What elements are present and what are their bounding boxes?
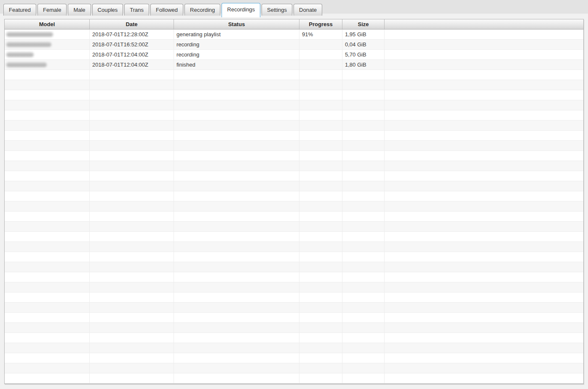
tab-couples[interactable]: Couples	[92, 4, 123, 16]
table-row[interactable]: 2018-07-01T12:28:00Zgenerating playlist9…	[5, 30, 583, 40]
cell-size	[342, 110, 385, 120]
tab-featured[interactable]: Featured	[3, 4, 36, 16]
cell-size	[342, 292, 385, 302]
cell-date	[90, 212, 174, 221]
cell-filler	[385, 161, 583, 171]
cell-date	[90, 363, 174, 373]
cell-progress	[299, 232, 342, 241]
cell-model	[5, 282, 90, 292]
cell-date	[90, 222, 174, 231]
cell-model	[5, 262, 90, 272]
cell-status	[174, 70, 299, 80]
table-row[interactable]: 2018-07-01T12:04:00Zrecording5,70 GiB	[5, 50, 583, 60]
cell-filler	[385, 252, 583, 262]
table-row-empty	[5, 181, 583, 191]
cell-status	[174, 110, 299, 120]
cell-filler	[385, 333, 583, 343]
tab-donate[interactable]: Donate	[294, 4, 322, 16]
column-header-date[interactable]: Date	[90, 19, 174, 29]
column-header-size[interactable]: Size	[342, 19, 385, 29]
table-row-empty	[5, 90, 583, 100]
tab-male[interactable]: Male	[68, 4, 91, 16]
table-row-empty	[5, 262, 583, 272]
cell-size	[342, 212, 385, 221]
cell-date	[90, 313, 174, 322]
cell-status	[174, 323, 299, 333]
cell-status	[174, 252, 299, 262]
cell-size	[342, 151, 385, 161]
cell-date: 2018-07-01T12:04:00Z	[90, 50, 174, 59]
cell-model	[5, 90, 90, 100]
table-body: 2018-07-01T12:28:00Zgenerating playlist9…	[5, 30, 583, 384]
cell-model	[5, 313, 90, 322]
cell-status: generating playlist	[174, 30, 299, 39]
cell-size	[342, 90, 385, 100]
table-row[interactable]: 2018-07-01T16:52:00Zrecording0,04 GiB	[5, 40, 583, 50]
cell-filler	[385, 262, 583, 272]
cell-date	[90, 323, 174, 333]
cell-model	[5, 373, 90, 383]
cell-size	[342, 201, 385, 211]
cell-progress	[299, 212, 342, 221]
cell-status	[174, 272, 299, 282]
table-row[interactable]: 2018-07-01T12:04:00Zfinished1,80 GiB	[5, 60, 583, 70]
cell-size: 1,95 GiB	[342, 30, 385, 39]
cell-model	[5, 353, 90, 363]
tab-settings[interactable]: Settings	[262, 4, 292, 16]
cell-status	[174, 90, 299, 100]
cell-model	[5, 100, 90, 110]
table-row-empty	[5, 141, 583, 151]
table-row-empty	[5, 232, 583, 242]
cell-date	[90, 232, 174, 241]
cell-size: 1,80 GiB	[342, 60, 385, 70]
tab-followed[interactable]: Followed	[150, 4, 183, 16]
cell-status	[174, 353, 299, 363]
cell-status	[174, 333, 299, 343]
cell-progress	[299, 100, 342, 110]
cell-progress	[299, 323, 342, 333]
cell-progress	[299, 333, 342, 343]
cell-status	[174, 131, 299, 140]
cell-progress	[299, 272, 342, 282]
cell-status	[174, 121, 299, 130]
tab-recordings[interactable]: Recordings	[222, 3, 260, 17]
cell-filler	[385, 50, 583, 59]
cell-size	[342, 80, 385, 90]
table-row-empty	[5, 333, 583, 343]
cell-progress	[299, 131, 342, 140]
tab-trans[interactable]: Trans	[124, 4, 149, 16]
cell-model	[5, 141, 90, 150]
table-row-empty	[5, 191, 583, 201]
column-header-status[interactable]: Status	[174, 19, 299, 29]
table-row-empty	[5, 343, 583, 353]
column-header-model[interactable]: Model	[5, 19, 90, 29]
cell-progress	[299, 191, 342, 201]
cell-date	[90, 171, 174, 181]
table-row-empty	[5, 282, 583, 292]
cell-progress	[299, 181, 342, 191]
tab-female[interactable]: Female	[37, 4, 67, 16]
table-row-empty	[5, 303, 583, 313]
table-row-empty	[5, 212, 583, 222]
cell-model	[5, 242, 90, 252]
cell-progress	[299, 161, 342, 171]
cell-filler	[385, 313, 583, 322]
tab-recording[interactable]: Recording	[184, 4, 220, 16]
column-header-progress[interactable]: Progress	[299, 19, 342, 29]
cell-date	[90, 141, 174, 150]
cell-status	[174, 303, 299, 312]
cell-model	[5, 70, 90, 80]
cell-date	[90, 161, 174, 171]
table-header: Model Date Status Progress Size	[5, 19, 583, 30]
cell-model	[5, 50, 90, 59]
cell-date	[90, 201, 174, 211]
cell-date	[90, 191, 174, 201]
cell-status	[174, 151, 299, 161]
cell-filler	[385, 100, 583, 110]
cell-progress	[299, 252, 342, 262]
cell-size	[342, 363, 385, 373]
table-row-empty	[5, 201, 583, 212]
cell-filler	[385, 303, 583, 312]
cell-size	[342, 242, 385, 252]
cell-date: 2018-07-01T12:04:00Z	[90, 60, 174, 70]
